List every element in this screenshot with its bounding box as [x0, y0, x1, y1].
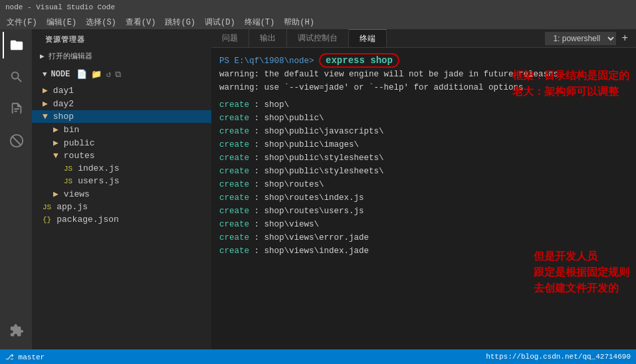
annotation-line-5: 去创建文件开发的	[534, 280, 629, 296]
statusbar-url: https://blog.csdn.net/qq_42714690	[486, 353, 631, 361]
create-path-3: : shop\public\javascripts\	[255, 127, 384, 136]
terminal-create-10: create : shop\views\	[219, 218, 628, 231]
sidebar: 资源管理器 ▶ 打开的编辑器 ▼ NODE 📄 📁 ↺ ⧉ ▶ day1	[32, 29, 211, 349]
open-editors-label: ▶ 打开的编辑器	[40, 51, 92, 61]
tab-output[interactable]: 输出	[249, 29, 287, 47]
folder-open-icon-routes: ▼	[53, 151, 58, 161]
terminal-create-3: create : shop\public\javascripts\	[219, 125, 628, 138]
create-label-11: create	[219, 233, 249, 242]
terminal-create-12: create : shop\views\index.jade	[219, 244, 628, 258]
menu-terminal[interactable]: 终端(T)	[241, 15, 279, 29]
terminal-create-7: create : shop\routes\	[219, 178, 628, 191]
warning-text-2: warning: use `--view=jade' or `--help' f…	[219, 83, 524, 92]
terminal-tabs: 问题 输出 调试控制台 终端 1: powershell +	[211, 29, 636, 48]
activitybar	[0, 29, 32, 349]
menu-help[interactable]: 帮助(H)	[280, 15, 318, 29]
create-label-7: create	[219, 180, 249, 189]
tree-label-packagejson: package.json	[56, 215, 119, 225]
editor-area: 问题 输出 调试控制台 终端 1: powershell + PS E:\qf\…	[211, 29, 636, 349]
terminal-prompt-line: PS E:\qf\1908\node> express shop	[219, 53, 628, 68]
tree-item-shop[interactable]: ▼ shop	[32, 110, 211, 123]
activity-debug[interactable]	[3, 128, 29, 154]
warning-text-1: warning: the default view engine will no…	[219, 70, 558, 79]
create-label-1: create	[219, 100, 249, 110]
activity-search[interactable]	[3, 64, 29, 90]
create-path-5: : shop\public\stylesheets\	[255, 153, 384, 163]
menu-view[interactable]: 查看(V)	[122, 15, 160, 29]
terminal-content[interactable]: PS E:\qf\1908\node> express shop warning…	[211, 48, 636, 349]
tree-label-appjs: app.js	[56, 202, 88, 212]
tab-terminal[interactable]: 终端	[349, 29, 387, 47]
create-path-6: : shop\public\stylesheets\	[255, 167, 384, 176]
tree-item-indexjs[interactable]: JS index.js	[32, 162, 211, 175]
tab-problems[interactable]: 问题	[211, 29, 249, 47]
create-label-4: create	[219, 140, 249, 149]
node-arrow-icon: ▼	[43, 70, 47, 78]
create-path-1: : shop\	[255, 100, 290, 110]
tree-label-day1: day1	[53, 86, 74, 96]
tree-label-public: public	[64, 138, 95, 148]
create-path-9: : shop\routes\users.js	[255, 207, 364, 216]
activity-files[interactable]	[3, 32, 29, 58]
tree-label-shop: shop	[53, 112, 74, 122]
node-root-toggle[interactable]: ▼ NODE 📄 📁 ↺ ⧉	[40, 68, 203, 81]
activity-extensions[interactable]	[3, 318, 29, 344]
create-label-2: create	[219, 114, 249, 123]
statusbar-right: https://blog.csdn.net/qq_42714690	[486, 353, 631, 361]
tree-item-bin[interactable]: ▶ bin	[32, 123, 211, 136]
folder-closed-icon: ▶	[43, 85, 48, 96]
titlebar: node - Visual Studio Code	[0, 0, 636, 15]
terminal-create-9: create : shop\routes\users.js	[219, 205, 628, 218]
tree-label-routes: routes	[64, 151, 95, 161]
tree-item-appjs[interactable]: JS app.js	[32, 201, 211, 213]
terminal-create-8: create : shop\routes\index.js	[219, 191, 628, 205]
shell-selector[interactable]: 1: powershell	[545, 32, 616, 45]
folder-closed-icon-2: ▶	[43, 98, 48, 109]
tree-item-routes[interactable]: ▼ routes	[32, 149, 211, 162]
open-editors-section: ▶ 打开的编辑器	[32, 47, 211, 65]
add-terminal-button[interactable]: +	[619, 33, 631, 45]
file-tree: ▶ day1 ▶ day2 ▼ shop ▶ bin ▶ public	[32, 84, 211, 349]
create-path-11: : shop\views\error.jade	[255, 233, 370, 242]
create-label-9: create	[219, 207, 249, 216]
create-label-12: create	[219, 246, 249, 256]
tree-item-views[interactable]: ▶ views	[32, 187, 211, 201]
terminal-create-4: create : shop\public\images\	[219, 138, 628, 151]
terminal-header-right: 1: powershell +	[545, 32, 636, 45]
activity-git[interactable]	[3, 96, 29, 122]
menu-file[interactable]: 文件(F)	[3, 15, 41, 29]
tree-item-packagejson[interactable]: {} package.json	[32, 213, 211, 226]
main-area: 资源管理器 ▶ 打开的编辑器 ▼ NODE 📄 📁 ↺ ⧉ ▶ day1	[0, 29, 636, 349]
tree-label-day2: day2	[53, 99, 74, 109]
js-file-icon-3: JS	[43, 203, 51, 211]
create-path-8: : shop\routes\index.js	[255, 193, 364, 203]
create-path-10: : shop\views\	[255, 220, 320, 229]
create-label-5: create	[219, 153, 249, 163]
tree-item-day2[interactable]: ▶ day2	[32, 97, 211, 110]
menubar: 文件(F) 编辑(E) 选择(S) 查看(V) 跳转(G) 调试(D) 终端(T…	[0, 15, 636, 29]
terminal-create-5: create : shop\public\stylesheets\	[219, 151, 628, 165]
create-path-12: : shop\views\index.jade	[255, 246, 370, 256]
menu-edit[interactable]: 编辑(E)	[43, 15, 81, 29]
terminal-warning-2: warning: use `--view=jade' or `--help' f…	[219, 81, 628, 94]
statusbar-left: ⎇ master	[5, 353, 45, 361]
tab-debug-console[interactable]: 调试控制台	[287, 29, 349, 47]
open-editors-toggle[interactable]: ▶ 打开的编辑器	[40, 50, 203, 62]
terminal-create-1: create : shop\	[219, 98, 628, 112]
tree-item-day1[interactable]: ▶ day1	[32, 84, 211, 97]
tree-label-bin: bin	[64, 125, 79, 135]
folder-closed-icon-public: ▶	[53, 137, 58, 148]
menu-goto[interactable]: 跳转(G)	[161, 15, 199, 29]
create-label-10: create	[219, 220, 249, 229]
menu-debug[interactable]: 调试(D)	[201, 15, 239, 29]
tree-item-usersjs[interactable]: JS users.js	[32, 175, 211, 187]
terminal-create-6: create : shop\public\stylesheets\	[219, 165, 628, 178]
create-label-3: create	[219, 127, 249, 136]
menu-select[interactable]: 选择(S)	[82, 15, 120, 29]
create-label-8: create	[219, 193, 249, 203]
tree-item-public[interactable]: ▶ public	[32, 136, 211, 149]
js-file-icon: JS	[64, 165, 72, 173]
svg-line-1	[13, 137, 21, 145]
tree-label-usersjs: users.js	[78, 176, 119, 186]
create-label-6: create	[219, 167, 249, 176]
